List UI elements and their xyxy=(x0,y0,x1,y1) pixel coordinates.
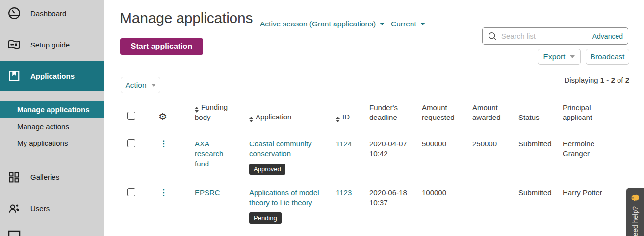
application-link[interactable]: Applications of model theory to Lie theo… xyxy=(249,189,319,207)
application-id-link[interactable]: 1123 xyxy=(336,189,352,197)
table-row: ⋮ AXA research fund Coastal community co… xyxy=(120,129,629,178)
column-header-amount-awarded: Amount awarded xyxy=(472,103,518,129)
row-menu-kebab-icon[interactable]: ⋮ xyxy=(158,140,168,148)
chevron-down-icon xyxy=(570,55,575,58)
application-id-link[interactable]: 1124 xyxy=(336,140,352,148)
main-content: Manage applications Active season (Grant… xyxy=(104,0,644,236)
search-icon xyxy=(488,31,497,41)
sort-icon[interactable] xyxy=(336,117,340,122)
page-title: Manage applications xyxy=(120,10,253,26)
action-dropdown-button[interactable]: Action xyxy=(121,77,160,93)
column-header-application[interactable]: Application xyxy=(249,112,336,129)
sort-icon[interactable] xyxy=(249,117,253,122)
bookmark-icon xyxy=(7,70,21,83)
status-value: Submitted xyxy=(518,178,563,227)
table-row: ⋮ EPSRC Applications of model theory to … xyxy=(120,178,629,227)
sidebar-item-users[interactable]: Users xyxy=(0,198,104,218)
status-badge: Pending xyxy=(249,212,282,224)
sidebar-item-label: Dashboard xyxy=(30,9,66,18)
clipped-icon xyxy=(7,227,21,236)
amount-requested-value: 100000 xyxy=(422,178,472,227)
status-badge: Approved xyxy=(249,164,285,175)
sidebar-subitem-my-applications[interactable]: My applications xyxy=(0,135,104,151)
search-input[interactable] xyxy=(501,32,592,40)
sidebar-item-label: Users xyxy=(30,204,50,212)
broadcast-button[interactable]: Broadcast xyxy=(586,49,629,65)
sidebar-subitem-label: My applications xyxy=(17,139,68,147)
sidebar-item-label: Setup guide xyxy=(30,41,70,49)
users-icon xyxy=(7,202,21,215)
sidebar-item-setup-guide[interactable]: Setup guide xyxy=(0,35,104,54)
funders-deadline-value: 2020-04-07 10:42 xyxy=(369,129,422,178)
displaying-count: Displaying 1 - 2 of 2 xyxy=(564,76,629,84)
season-selector-dropdown[interactable]: Active season (Grant applications) xyxy=(260,20,385,28)
funding-body-link[interactable]: EPSRC xyxy=(195,189,220,197)
sidebar-item-label: Galleries xyxy=(30,173,59,181)
chevron-down-icon xyxy=(151,84,156,87)
sidebar-item-label: Applications xyxy=(30,72,75,80)
column-header-funding-body[interactable]: Funding body xyxy=(195,102,249,129)
chevron-down-icon xyxy=(420,23,425,25)
sidebar: Dashboard Setup guide Applications Manag… xyxy=(0,0,104,236)
funders-deadline-value: 2020-06-18 10:37 xyxy=(369,178,422,227)
sort-icon[interactable] xyxy=(195,107,199,113)
column-header-amount-requested: Amount requested xyxy=(422,103,472,129)
funding-body-link[interactable]: AXA research fund xyxy=(195,140,223,168)
view-selector-dropdown[interactable]: Current xyxy=(391,20,425,28)
application-link[interactable]: Coastal community conservation xyxy=(249,140,312,158)
advanced-search-link[interactable]: Advanced xyxy=(592,32,623,40)
row-checkbox[interactable] xyxy=(127,188,135,196)
galleries-icon xyxy=(7,170,21,184)
table-header-row: ⚙ Funding body Application ID Funder's d… xyxy=(120,98,629,129)
column-settings-gear-icon[interactable]: ⚙ xyxy=(158,112,167,121)
select-all-checkbox[interactable] xyxy=(127,112,135,120)
amount-awarded-value xyxy=(472,178,518,227)
sidebar-subitem-manage-applications[interactable]: Manage applications xyxy=(0,101,104,118)
sidebar-subitem-label: Manage actions xyxy=(17,122,69,131)
sidebar-subitem-label: Manage applications xyxy=(17,105,90,114)
dashboard-icon xyxy=(7,7,21,20)
principal-applicant-value: Harry Potter xyxy=(563,178,629,227)
need-help-tab[interactable]: Need help? xyxy=(626,188,644,236)
map-icon xyxy=(7,38,21,51)
column-header-id[interactable]: ID xyxy=(336,112,369,129)
amount-requested-value: 500000 xyxy=(422,129,472,178)
chevron-down-icon xyxy=(380,23,385,25)
column-header-principal-applicant: Principal applicant xyxy=(563,103,629,129)
amount-awarded-value: 250000 xyxy=(472,129,518,178)
status-value: Submitted xyxy=(518,129,563,178)
waving-hand-icon xyxy=(631,193,640,202)
column-header-status: Status xyxy=(518,113,563,129)
sidebar-item-dashboard[interactable]: Dashboard xyxy=(0,3,104,23)
row-menu-kebab-icon[interactable]: ⋮ xyxy=(158,189,168,197)
sidebar-item-partial[interactable] xyxy=(0,230,104,236)
sidebar-item-galleries[interactable]: Galleries xyxy=(0,167,104,187)
row-checkbox[interactable] xyxy=(127,139,135,147)
export-button[interactable]: Export xyxy=(538,49,581,65)
start-application-button[interactable]: Start application xyxy=(120,38,203,55)
search-box: Advanced xyxy=(482,27,628,45)
need-help-label: Need help? xyxy=(631,206,639,236)
sidebar-item-applications[interactable]: Applications xyxy=(0,61,104,91)
sidebar-subitem-manage-actions[interactable]: Manage actions xyxy=(0,118,104,135)
column-header-funders-deadline: Funder's deadline xyxy=(369,103,422,129)
principal-applicant-value: Hermoine Granger xyxy=(563,129,629,178)
applications-table: ⚙ Funding body Application ID Funder's d… xyxy=(120,98,629,227)
